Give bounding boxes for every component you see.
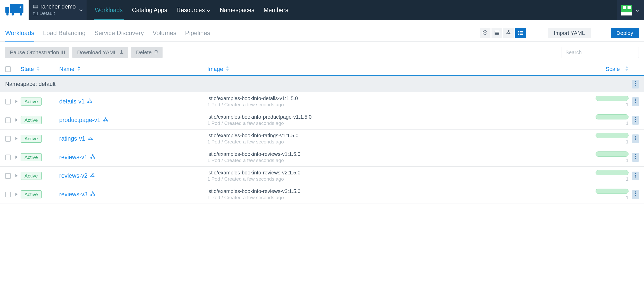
scale-value: 1	[626, 176, 629, 182]
svg-point-31	[88, 102, 89, 103]
sort-icon	[36, 66, 40, 73]
istio-icon	[103, 117, 108, 124]
row-actions-menu[interactable]	[632, 172, 639, 180]
istio-icon	[90, 154, 95, 161]
nav-catalog-apps[interactable]: Catalog Apps	[131, 0, 168, 20]
select-all-checkbox[interactable]	[5, 66, 11, 72]
svg-rect-19	[518, 31, 519, 32]
row-expand[interactable]	[13, 135, 20, 142]
view-nodes-button[interactable]	[492, 28, 502, 38]
kebab-icon	[635, 154, 636, 160]
chevron-down-icon	[207, 7, 210, 14]
scale-bar	[596, 133, 629, 138]
workload-name: ratings-v1	[59, 135, 85, 142]
nav-resources[interactable]: Resources	[175, 0, 211, 20]
svg-point-42	[90, 136, 91, 137]
scale-value: 1	[626, 102, 629, 108]
column-state-label: State	[21, 66, 34, 73]
view-list-button[interactable]	[515, 28, 526, 38]
cluster-name: rancher-demo	[40, 4, 76, 10]
istio-icon	[90, 172, 95, 179]
import-yaml-button[interactable]: Import YAML	[548, 28, 591, 38]
scale-bar	[596, 151, 629, 157]
nav-resources-label: Resources	[176, 7, 205, 14]
column-scale-label: Scale	[606, 66, 620, 73]
svg-point-16	[508, 30, 509, 31]
pause-orchestration-button[interactable]: Pause Orchestration	[5, 47, 69, 58]
row-checkbox[interactable]	[5, 173, 11, 179]
row-checkbox[interactable]	[5, 192, 11, 197]
view-cube-button[interactable]	[480, 28, 490, 38]
row-expand[interactable]	[13, 117, 20, 124]
svg-point-65	[635, 195, 636, 196]
column-name[interactable]: Name	[59, 66, 207, 73]
column-state[interactable]: State	[21, 66, 59, 73]
row-actions-menu[interactable]	[632, 97, 639, 106]
tab-pipelines[interactable]: Pipelines	[185, 29, 210, 41]
kebab-icon	[635, 98, 636, 105]
image-subtext: 1 Pod / Created a few seconds ago	[207, 176, 590, 182]
row-checkbox[interactable]	[5, 155, 11, 160]
svg-rect-22	[520, 33, 523, 33]
svg-point-59	[635, 176, 636, 178]
svg-point-32	[91, 102, 92, 103]
tab-volumes[interactable]: Volumes	[152, 29, 176, 41]
row-checkbox[interactable]	[5, 136, 11, 142]
download-label: Download YAML	[77, 49, 117, 55]
svg-rect-8	[33, 7, 38, 8]
workload-name-link[interactable]: details-v1	[59, 98, 207, 105]
svg-rect-3	[12, 13, 14, 15]
svg-point-64	[635, 193, 636, 194]
svg-rect-4	[20, 13, 22, 15]
istio-icon	[87, 98, 92, 105]
row-actions-menu[interactable]	[632, 134, 639, 143]
svg-point-36	[105, 117, 106, 118]
workload-name-link[interactable]: reviews-v1	[59, 154, 207, 161]
svg-point-45	[635, 136, 636, 137]
image-subtext: 1 Pod / Created a few seconds ago	[207, 139, 590, 145]
view-mesh-button[interactable]	[503, 28, 514, 38]
svg-point-29	[635, 85, 636, 86]
tab-load-balancing[interactable]: Load Balancing	[43, 29, 86, 41]
nav-namespaces[interactable]: Namespaces	[219, 0, 255, 20]
column-scale[interactable]: Scale	[590, 66, 629, 73]
row-expand[interactable]	[13, 172, 20, 180]
row-checkbox[interactable]	[5, 99, 11, 104]
svg-point-44	[91, 139, 92, 140]
column-image-label: Image	[207, 66, 223, 73]
delete-button[interactable]: Delete	[131, 47, 163, 58]
search-input[interactable]	[562, 47, 639, 58]
svg-rect-15	[495, 34, 499, 35]
table-row: Active ratings-v1 istio/examples-bookinf…	[0, 130, 644, 148]
download-yaml-button[interactable]: Download YAML	[72, 47, 128, 58]
column-image[interactable]: Image	[207, 66, 590, 73]
row-actions-menu[interactable]	[632, 190, 639, 199]
workload-name-link[interactable]: reviews-v2	[59, 172, 207, 179]
row-actions-menu[interactable]	[632, 153, 639, 162]
nav-members[interactable]: Members	[262, 0, 289, 20]
scale-value: 1	[626, 158, 629, 163]
nav-workloads[interactable]: Workloads	[94, 0, 124, 20]
environment-switcher[interactable]: rancher-demo Default	[29, 0, 87, 20]
row-expand[interactable]	[13, 191, 20, 198]
svg-point-5	[20, 6, 21, 8]
svg-point-56	[94, 176, 95, 177]
project-name: Default	[39, 11, 55, 16]
scale-bar	[596, 114, 629, 119]
row-actions-menu[interactable]	[632, 116, 639, 125]
workload-name-link[interactable]: ratings-v1	[59, 135, 207, 142]
row-expand[interactable]	[13, 154, 20, 161]
row-expand[interactable]	[13, 98, 20, 105]
user-menu[interactable]	[617, 0, 644, 20]
workload-name-link[interactable]: reviews-v3	[59, 191, 207, 198]
workload-name-link[interactable]: productpage-v1	[59, 117, 207, 124]
table-header: State Name Image Scale	[0, 63, 644, 76]
row-checkbox[interactable]	[5, 117, 11, 123]
rancher-logo[interactable]	[0, 0, 29, 20]
pause-icon	[62, 49, 65, 55]
tab-workloads[interactable]: Workloads	[5, 29, 34, 41]
tab-service-discovery[interactable]: Service Discovery	[94, 29, 144, 41]
namespace-actions-menu[interactable]	[632, 80, 639, 88]
svg-rect-2	[6, 13, 9, 15]
deploy-button[interactable]: Deploy	[611, 28, 639, 38]
